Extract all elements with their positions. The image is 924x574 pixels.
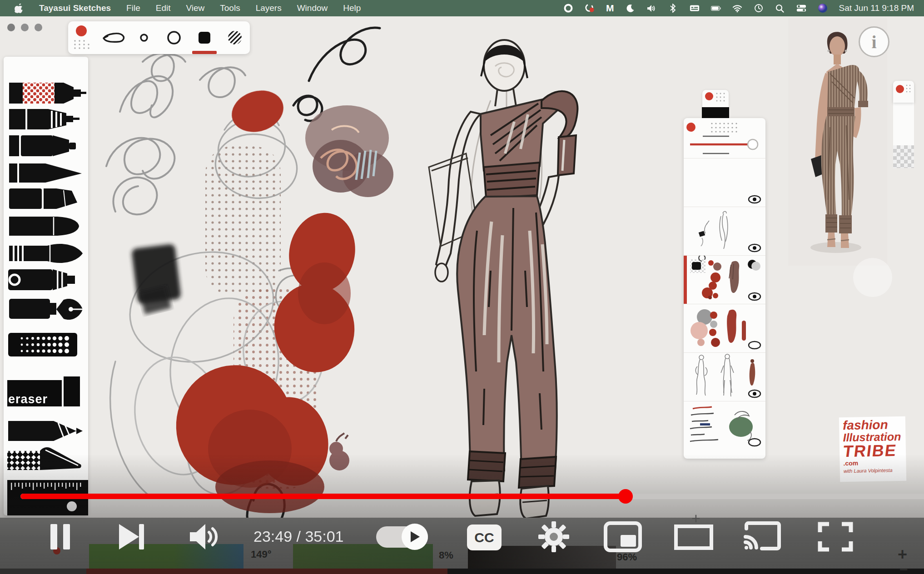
gmail-menu-icon[interactable]: M <box>606 3 614 14</box>
tool-airbrush[interactable] <box>8 333 77 356</box>
do-not-disturb-moon-icon[interactable] <box>626 3 636 13</box>
tool-fountain-pen[interactable] <box>9 299 83 320</box>
selected-tip-underline <box>192 51 217 54</box>
tool-brush-pen[interactable] <box>9 163 82 183</box>
time-display: 23:49 / 35:01 <box>253 528 344 545</box>
layer-blend-icon[interactable] <box>746 259 762 271</box>
eraser-tool-label: eraser <box>8 392 48 406</box>
bluetooth-icon[interactable] <box>668 3 678 13</box>
spotlight-search-icon[interactable] <box>775 3 785 13</box>
tool-marker[interactable] <box>9 135 76 156</box>
brush-tip-large-round[interactable] <box>159 21 189 54</box>
palette-zoom-out-button[interactable]: − <box>899 561 908 574</box>
window-minimize-button[interactable] <box>21 24 29 31</box>
brush-color-dot[interactable] <box>686 123 695 132</box>
cast-button[interactable] <box>741 520 784 553</box>
large-circle-tip-icon <box>166 30 182 45</box>
layer-visibility-eye-open-icon[interactable] <box>747 195 762 204</box>
tool-crosshatch-pen[interactable] <box>9 83 86 104</box>
hud-angle-label: 149° <box>251 549 272 560</box>
progress-scrubber[interactable] <box>618 489 633 504</box>
brush-tip-teardrop[interactable] <box>99 21 129 54</box>
theater-mode-button[interactable] <box>672 522 715 552</box>
settings-button[interactable] <box>534 520 573 553</box>
menu-file[interactable]: File <box>126 3 140 13</box>
layer-row-notes-hidden[interactable] <box>684 401 765 450</box>
color-palette-column <box>893 81 914 168</box>
menu-edit[interactable]: Edit <box>156 3 171 13</box>
volume-button[interactable] <box>186 522 227 551</box>
info-button-label: i <box>871 31 876 53</box>
pause-icon <box>49 523 72 550</box>
layer-row-line-sketch[interactable] <box>684 207 765 255</box>
watermark-credit: with Laura Volpintesta <box>844 468 906 474</box>
channel-watermark: fashion Illustration TRIBE.com with Laur… <box>839 416 906 482</box>
siri-icon[interactable] <box>818 3 828 13</box>
brush-size-slider-knob[interactable] <box>748 139 758 149</box>
menu-app-name[interactable]: Tayasui Sketches <box>39 3 111 13</box>
control-center-icon[interactable] <box>796 3 806 13</box>
menu-tools[interactable]: Tools <box>220 3 240 13</box>
mauve-blob-cluster <box>305 105 393 197</box>
window-close-button[interactable] <box>7 24 15 31</box>
pause-button[interactable] <box>45 522 76 551</box>
window-controls <box>7 24 42 31</box>
tool-preview-texture-icon <box>702 90 729 107</box>
window-zoom-button[interactable] <box>35 24 42 31</box>
volume-icon <box>189 523 224 550</box>
tool-pencil[interactable] <box>8 421 83 441</box>
layer-row-selected-color[interactable] <box>684 255 765 304</box>
apple-menu-icon[interactable] <box>14 3 24 13</box>
layer-visibility-eye-closed-icon[interactable] <box>747 341 762 350</box>
palette-swatch-white[interactable] <box>893 103 914 145</box>
tool-paint-brush[interactable] <box>9 244 83 263</box>
next-icon <box>117 523 146 550</box>
active-tool-preview[interactable] <box>702 90 729 107</box>
menu-layers[interactable]: Layers <box>256 3 282 13</box>
fullscreen-button[interactable] <box>815 520 856 553</box>
layer-visibility-eye-open-icon[interactable] <box>747 389 762 398</box>
layer-row-blobs-hidden[interactable] <box>684 304 765 352</box>
tool-round-marker[interactable] <box>8 269 75 290</box>
tool-chisel-marker[interactable] <box>9 188 77 209</box>
captions-button[interactable]: CC <box>467 525 502 550</box>
tool-preview-stroke-sample <box>702 107 729 118</box>
tool-wide-brush[interactable] <box>9 217 79 236</box>
layer-row-empty[interactable] <box>684 158 765 207</box>
info-button[interactable]: i <box>859 26 889 57</box>
screen-record-icon[interactable] <box>585 3 595 13</box>
brush-tip-small-round[interactable] <box>129 21 159 54</box>
wifi-icon[interactable] <box>732 3 742 13</box>
hatched-circle-tip-icon <box>226 29 244 47</box>
settings-gear-icon <box>537 520 570 553</box>
layer-row-pencil-figures[interactable] <box>684 352 765 401</box>
menu-window[interactable]: Window <box>297 3 328 13</box>
record-ring-icon[interactable] <box>563 3 573 13</box>
tool-cutter[interactable] <box>7 447 81 470</box>
time-machine-icon[interactable] <box>754 3 764 13</box>
miniplayer-button[interactable] <box>601 520 644 553</box>
palette-transparent-swatch[interactable] <box>893 145 914 168</box>
translucent-floating-button[interactable] <box>853 258 892 297</box>
hud-percent-small-label: 8% <box>439 549 453 561</box>
layers-panel <box>684 118 765 459</box>
menu-help[interactable]: Help <box>343 3 361 13</box>
brush-color-texture-swatch[interactable] <box>68 21 99 54</box>
menu-view[interactable]: View <box>186 3 204 13</box>
autoplay-toggle-knob[interactable] <box>402 524 428 550</box>
captions-button-label: CC <box>474 530 494 545</box>
macos-menu-bar: Tayasui Sketches File Edit View Tools La… <box>0 0 924 16</box>
autoplay-play-icon <box>409 530 421 543</box>
next-button[interactable] <box>114 522 150 551</box>
menu-bar-clock[interactable]: Sat Jun 11 9:18 PM <box>839 3 914 13</box>
keyboard-brightness-icon[interactable] <box>690 3 700 13</box>
volume-menu-icon[interactable] <box>647 3 657 13</box>
layer-visibility-eye-open-icon[interactable] <box>747 292 762 301</box>
brush-settings-header <box>684 118 765 158</box>
tool-fineliner[interactable] <box>9 109 79 129</box>
brush-tip-square-selected[interactable] <box>189 21 220 54</box>
layer-visibility-eye-open-icon[interactable] <box>747 243 762 252</box>
layer-visibility-eye-closed-icon[interactable] <box>747 438 762 447</box>
brush-tip-hatched[interactable] <box>219 21 250 54</box>
battery-icon[interactable] <box>711 3 721 13</box>
